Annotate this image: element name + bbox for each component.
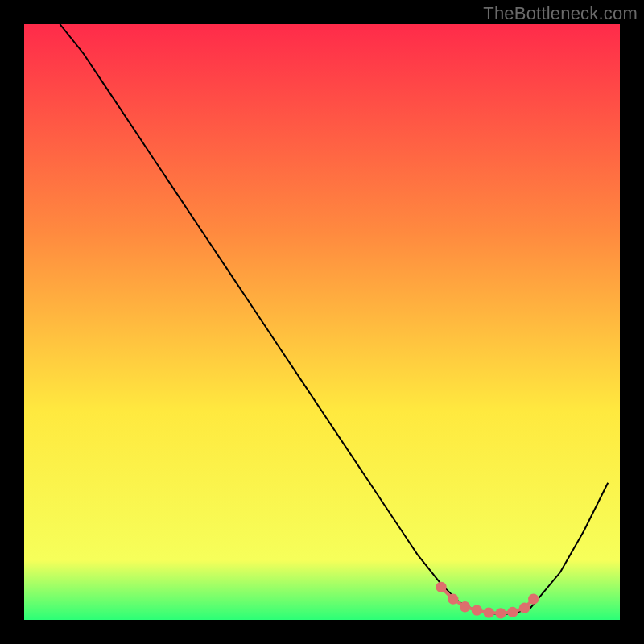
- marker-dot: [436, 582, 446, 592]
- marker-dot: [507, 607, 518, 617]
- chart-svg: [24, 24, 620, 620]
- gradient-background: [24, 24, 620, 620]
- plot-area: [24, 24, 620, 620]
- marker-dot: [484, 607, 494, 617]
- marker-dot: [472, 605, 482, 616]
- marker-dot: [528, 593, 539, 604]
- chart-root: TheBottleneck.com: [0, 0, 644, 644]
- marker-dot: [460, 601, 470, 612]
- marker-dot: [448, 593, 458, 604]
- marker-dot: [495, 608, 506, 618]
- marker-dot: [519, 603, 530, 613]
- watermark-text: TheBottleneck.com: [483, 3, 638, 24]
